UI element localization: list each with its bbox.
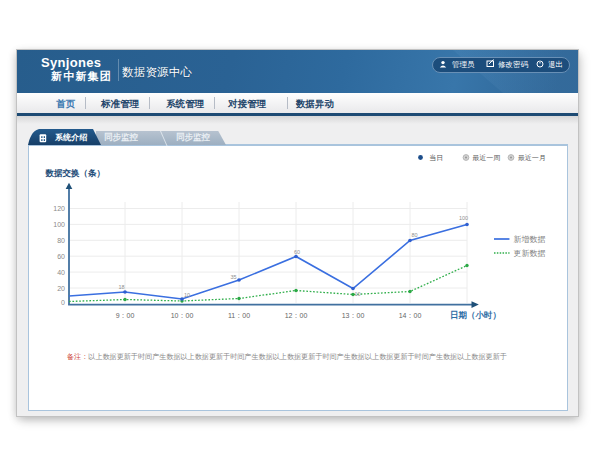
svg-text:最近一月: 最近一月 — [518, 154, 546, 162]
svg-text:12：00: 12：00 — [285, 312, 308, 319]
svg-text:20: 20 — [57, 285, 65, 292]
svg-text:新增数据: 新增数据 — [514, 235, 546, 244]
svg-text:100: 100 — [53, 221, 65, 228]
svg-text:10: 10 — [355, 291, 361, 297]
svg-text:14：00: 14：00 — [399, 312, 422, 319]
svg-text:40: 40 — [57, 269, 65, 276]
svg-text:9：00: 9：00 — [116, 312, 135, 319]
svg-text:13：00: 13：00 — [342, 312, 365, 319]
svg-text:日期（小时）: 日期（小时） — [450, 310, 501, 320]
svg-text:更新数据: 更新数据 — [514, 249, 546, 258]
svg-text:10：00: 10：00 — [171, 312, 194, 319]
svg-text:80: 80 — [57, 237, 65, 244]
svg-text:10: 10 — [184, 292, 190, 298]
svg-text:18: 18 — [119, 284, 125, 290]
svg-text:35: 35 — [231, 274, 237, 280]
svg-text:100: 100 — [459, 215, 468, 221]
svg-text:当日: 当日 — [429, 154, 443, 162]
svg-text:11：00: 11：00 — [228, 312, 250, 319]
svg-text:数据交换（条）: 数据交换（条） — [45, 168, 106, 178]
svg-text:0: 0 — [61, 299, 65, 306]
svg-text:60: 60 — [294, 249, 300, 255]
svg-text:60: 60 — [57, 253, 65, 260]
svg-text:120: 120 — [53, 205, 65, 212]
svg-text:最近一周: 最近一周 — [472, 154, 500, 161]
svg-text:80: 80 — [412, 232, 418, 238]
